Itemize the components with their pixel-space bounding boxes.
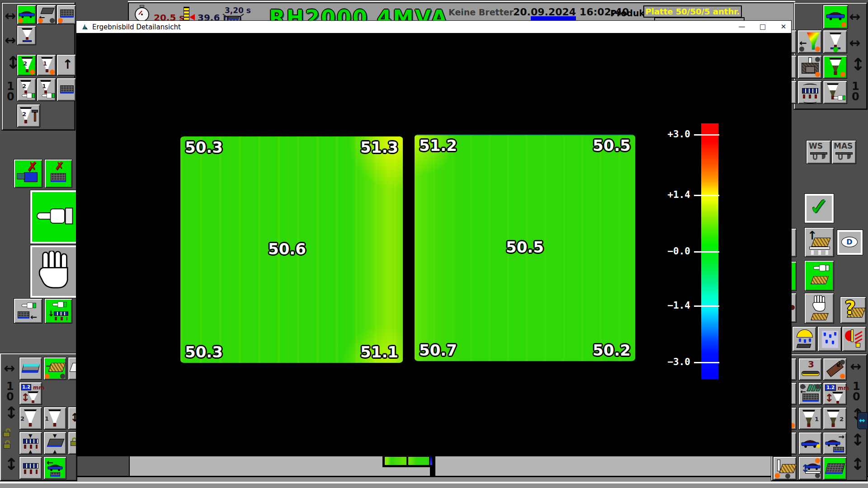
car-lift-button[interactable]: ↕ [798,456,822,480]
hopper-number: 1 [815,416,819,422]
ws-button[interactable]: WS [806,140,831,164]
transport-car-button[interactable] [17,5,36,24]
result-image-back-button[interactable]: ← [797,30,822,53]
board-to-table-button[interactable]: ↓ [44,298,72,324]
status-dot [840,360,845,365]
hopper-icon [24,409,37,427]
spray-button[interactable] [792,326,816,352]
board-lift-button[interactable]: ↑ [804,227,834,257]
d-label: D [846,238,852,246]
close-button[interactable]: ✕ [776,21,791,33]
forming-belt-icon [51,173,66,182]
spreader-1-manual-button[interactable]: 1 [37,78,56,101]
table-updown-button[interactable]: ▼ ▲ [19,432,42,455]
press-button[interactable] [797,55,822,79]
car-load-button[interactable]: → [823,432,847,455]
mat-icon [825,463,845,474]
value-bottom-left: 50.7 [419,341,457,359]
confirm-button[interactable]: ✓ [804,193,834,223]
spreader-1-button[interactable]: 1 [37,54,56,76]
conveyor-3-button[interactable]: 3 [798,358,822,380]
car-button[interactable] [798,432,822,455]
mat-updown-button[interactable]: ▼ ▲ [43,432,66,455]
car-unload-button[interactable]: ← [43,456,66,479]
lift-up-button[interactable]: ↑ [57,54,76,76]
table-legs-icon [811,250,828,255]
moisture-button[interactable] [817,326,842,352]
bottom-strip-highlight [0,482,868,483]
spreader-2-service-button[interactable]: 2 [17,104,40,127]
left-arrow-icon: ← [799,38,807,47]
press-time-value: 3,20 s [225,6,251,15]
board-icon [50,472,60,477]
hopper-manual-button[interactable] [823,80,847,104]
stop-mode-button[interactable] [30,245,80,298]
spreader-1-level-button[interactable]: 1 [43,407,66,430]
spreader-2-level-button[interactable]: 2 [19,407,42,430]
maximize-button[interactable]: □ [755,21,770,33]
table-legs-icon [24,445,38,449]
mat-icon [47,439,65,447]
value-top-right: 50.5 [593,136,631,155]
unload-hopper-button[interactable] [823,55,847,79]
mat-forming-button[interactable] [57,5,76,24]
table-icon [23,439,38,444]
detail-view-button[interactable]: D [837,230,863,255]
belt-off-button[interactable]: ✗ [44,159,72,188]
hopper-1-right-button[interactable]: 1 [798,407,822,430]
status-dot [50,18,55,23]
spreader-2-manual-button[interactable]: 2 [17,78,36,101]
axis-ten-label: 10 [852,81,859,102]
status-dot [815,57,820,62]
auto-mode-button[interactable] [30,190,80,244]
heatmap-left-board: 50.3 51.3 50.6 50.3 51.1 [180,136,403,363]
mas-button[interactable]: MAS [831,140,856,164]
board-return-button[interactable]: ← [37,5,56,24]
slide-tab[interactable]: ↔ [857,412,868,429]
car-icon [826,10,845,20]
board-tilt-button[interactable]: ↕ [823,358,847,380]
status-dot [840,72,845,77]
press-cylinder-icon [808,57,812,63]
minimize-button[interactable]: — [734,21,750,33]
mat-ready-button[interactable] [823,456,847,480]
machine-base-icon [23,40,32,42]
alarm-flag-button[interactable] [842,326,866,352]
tri-up-icon: ▲ [53,449,57,454]
hand-stop-icon [38,251,72,292]
dosing-machine-button[interactable] [17,25,36,45]
help-button[interactable]: ? [840,296,866,324]
hopper-2-right-button[interactable]: 2 [823,407,847,430]
tray-button[interactable] [19,357,42,380]
spreader-2-button[interactable]: 2 [17,54,36,76]
board-take-manual-button[interactable] [804,293,834,324]
camera-off-button[interactable]: ✗ [14,159,42,188]
board-icon [811,313,829,320]
status-dot [800,384,805,389]
dialog-titlebar[interactable]: Ergebnisbild Detailansicht — □ ✕ [76,21,791,33]
table-icon [54,311,68,316]
gap-setting-right-button[interactable]: 1.2 mm ↕ [823,382,847,405]
hand-pointer-icon [21,301,37,310]
blade-transfer-button[interactable]: → ← [798,382,822,405]
dosing-machine-right-button[interactable] [823,30,847,53]
table-button[interactable] [19,456,42,479]
axis-ten-label: 10 [7,81,14,102]
product-field[interactable]: Platte 50/50/5 anthr. [643,5,742,18]
belt-vibrate-button[interactable] [57,78,76,101]
board-take-auto-button[interactable] [804,260,834,291]
moisture-field [822,331,838,348]
colorbar: +3.0 +1.4 −0.0 −1.4 −3.0 [701,123,718,379]
board-infeed-button[interactable]: → [43,357,66,380]
result-thumbnails[interactable] [382,455,433,467]
status-dot [38,18,43,23]
board-back-manual-button[interactable]: ← [14,298,42,324]
transport-car-right-button[interactable] [823,5,848,29]
board-service-button[interactable] [773,456,797,480]
gap-setting-button[interactable]: 1.2 mm ↕ [19,382,42,405]
axis-h-arrow-icon: ↔ [4,361,15,375]
board-icon [779,464,797,473]
status-dot [815,72,820,77]
value-bottom-right: 51.1 [360,343,398,361]
table-vibrate-button[interactable] [797,80,822,104]
